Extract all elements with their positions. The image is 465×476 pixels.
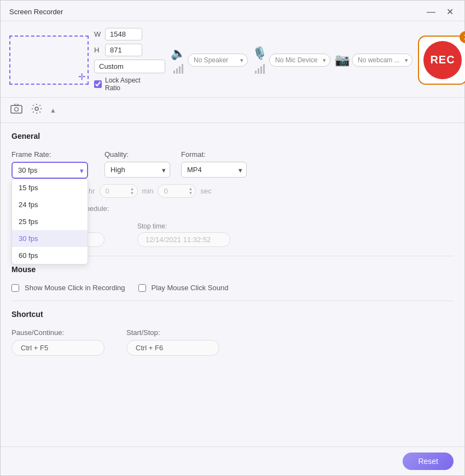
mouse-section-title: Mouse — [11, 265, 454, 276]
format-select-wrap: MP4 MOV AVI — [181, 162, 247, 178]
stop-time-input[interactable] — [137, 232, 230, 247]
play-click-label: Play Mouse Click Sound — [152, 284, 229, 292]
mbar1 — [255, 70, 257, 74]
speaker-icon: 🔈 — [171, 46, 185, 61]
webcam-icon-group: 📷 — [335, 53, 350, 67]
sec-input-wrap: ▲ ▼ — [158, 184, 196, 198]
width-label: W — [94, 30, 102, 38]
svg-point-3 — [35, 107, 38, 110]
sec-spinner[interactable]: ▲ ▼ — [189, 187, 193, 196]
move-icon: ✛ — [78, 73, 85, 81]
shortcut-section-title: Shortcut — [11, 310, 454, 321]
shortcut-row: Pause/Continue: Start/Stop: — [11, 328, 454, 356]
height-label: H — [94, 46, 102, 54]
screen-recorder-window: Screen Recorder — ✕ ✛ W H Custom Full — [0, 0, 465, 476]
mbar4 — [263, 64, 265, 74]
lock-aspect-label: Lock AspectRatio — [105, 77, 141, 92]
min-down-arrow[interactable]: ▼ — [130, 191, 135, 196]
window-title: Screen Recorder — [9, 8, 63, 16]
bar3 — [179, 66, 181, 74]
fps-option-15[interactable]: 15 fps — [12, 179, 88, 196]
svg-rect-1 — [15, 104, 18, 105]
fps-option-24[interactable]: 24 fps — [12, 196, 88, 213]
divider-shortcut — [11, 301, 454, 301]
fps-select-wrap: 30 fps — [11, 162, 88, 179]
mouse-checkbox-row: Show Mouse Click in Recording Play Mouse… — [11, 284, 454, 292]
format-select[interactable]: MP4 MOV AVI — [181, 162, 247, 178]
start-stop-group: Start/Stop: — [126, 328, 219, 356]
pause-input[interactable] — [11, 340, 104, 356]
sec-down-arrow[interactable]: ▼ — [189, 191, 193, 196]
speaker-select-wrap: No Speaker — [188, 54, 248, 67]
start-stop-input[interactable] — [126, 340, 219, 356]
settings-icon-btn[interactable] — [30, 102, 43, 118]
speaker-group: 🔈 No Speaker — [171, 46, 248, 74]
general-section-title: General — [11, 132, 454, 143]
hr-unit: hr — [89, 187, 95, 195]
screenshot-icon — [10, 104, 22, 114]
mbar2 — [258, 68, 259, 74]
bar1 — [173, 70, 175, 74]
min-spinner[interactable]: ▲ ▼ — [130, 187, 135, 196]
quality-select-wrap: High Medium Low — [104, 162, 170, 178]
start-stop-label: Start/Stop: — [126, 328, 219, 337]
rec-button[interactable]: REC — [423, 41, 462, 79]
general-form-row: Frame Rate: 30 fps 15 fps 24 fps 25 fps … — [11, 150, 454, 179]
bar4 — [182, 64, 183, 74]
bottom-bar: Reset — [1, 446, 464, 475]
mic-group: 🎙️ No Mic Device — [252, 46, 330, 74]
svg-point-2 — [15, 108, 19, 111]
lock-row: Lock AspectRatio — [94, 77, 165, 92]
preset-row: Custom Full Screen — [94, 60, 165, 73]
height-row: H — [94, 44, 165, 56]
webcam-group: 📷 No webcam ... — [335, 53, 412, 67]
mic-bars — [255, 63, 265, 74]
audio-devices: 🔈 No Speaker 🎙️ — [171, 46, 412, 74]
dimensions-panel: W H Custom Full Screen Lock AspectRatio — [94, 28, 165, 92]
show-click-label: Show Mouse Click in Recording — [25, 284, 125, 292]
quality-select[interactable]: High Medium Low — [104, 162, 170, 178]
top-section: ✛ W H Custom Full Screen Lock AspectRati… — [1, 21, 464, 98]
webcam-select[interactable]: No webcam ... — [352, 54, 412, 67]
fps-option-30[interactable]: 30 fps — [12, 230, 88, 247]
pause-label: Pause/Continue: — [11, 328, 104, 337]
play-click-checkbox[interactable] — [138, 284, 146, 292]
fps-option-25[interactable]: 25 fps — [12, 213, 88, 230]
width-input[interactable] — [105, 28, 142, 40]
title-bar: Screen Recorder — ✕ — [1, 1, 464, 21]
bar2 — [176, 68, 178, 74]
width-row: W — [94, 28, 165, 40]
close-button[interactable]: ✕ — [444, 7, 456, 17]
frame-rate-group: Frame Rate: 30 fps 15 fps 24 fps 25 fps … — [11, 150, 88, 179]
svg-rect-0 — [11, 105, 22, 113]
settings-bar: ▲ — [1, 98, 464, 123]
mic-select[interactable]: No Mic Device — [269, 54, 330, 67]
stop-time-group: Stop time: — [137, 222, 230, 247]
rec-badge: 1 — [460, 31, 465, 43]
rec-button-wrap[interactable]: 1 REC — [418, 36, 465, 85]
mbar3 — [260, 66, 262, 74]
fps-option-60[interactable]: 60 fps — [12, 247, 88, 264]
webcam-icon: 📷 — [335, 53, 350, 67]
quality-label: Quality: — [104, 150, 170, 158]
settings-expand-btn[interactable]: ▲ — [50, 107, 56, 114]
gear-icon — [31, 103, 42, 114]
speaker-select[interactable]: No Speaker — [188, 54, 248, 67]
pause-group: Pause/Continue: — [11, 328, 104, 356]
show-click-checkbox[interactable] — [11, 284, 19, 292]
height-input[interactable] — [105, 44, 142, 56]
content-area: General Frame Rate: 30 fps 15 fps 24 fps… — [1, 123, 464, 446]
fps-select[interactable]: 30 fps — [11, 162, 88, 179]
capture-area-preview[interactable]: ✛ — [9, 36, 89, 85]
screenshot-icon-btn[interactable] — [9, 103, 24, 117]
speaker-bars — [173, 63, 183, 74]
reset-button[interactable]: Reset — [403, 453, 454, 470]
speaker-icon-group: 🔈 — [171, 46, 185, 74]
format-group: Format: MP4 MOV AVI — [181, 150, 247, 178]
preset-select[interactable]: Custom Full Screen — [94, 60, 165, 73]
mic-select-wrap: No Mic Device — [269, 54, 330, 67]
lock-aspect-checkbox[interactable] — [94, 80, 102, 88]
frame-rate-label: Frame Rate: — [11, 150, 88, 158]
quality-group: Quality: High Medium Low — [104, 150, 170, 178]
minimize-button[interactable]: — — [425, 7, 438, 17]
